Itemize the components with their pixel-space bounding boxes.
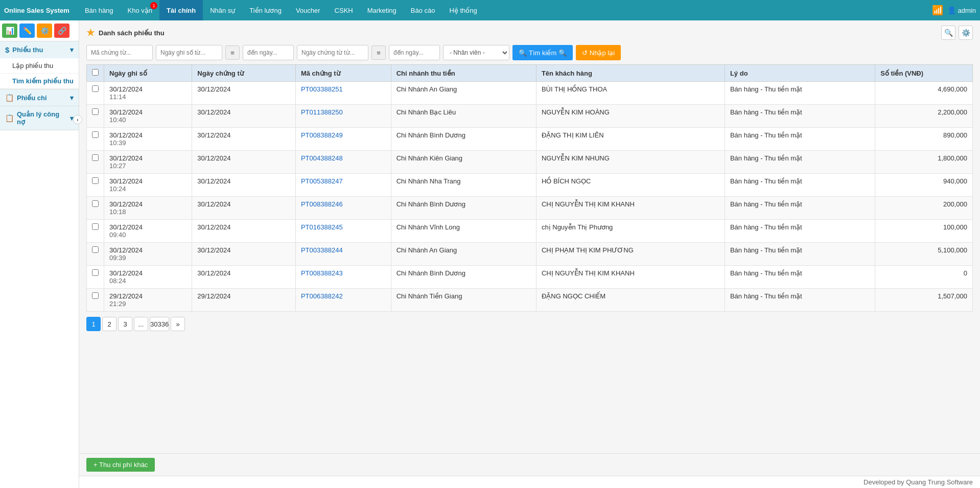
row-checkbox[interactable] [92,246,99,253]
nav-ban-hang[interactable]: Bán hàng [78,0,121,20]
row-ma-chung-tu[interactable]: PT004388248 [295,151,391,174]
tool-btn-share[interactable]: 🔗 [54,24,69,38]
row-checkbox[interactable] [92,108,99,115]
nav-tien-luong[interactable]: Tiền lương [242,0,289,20]
row-checkbox[interactable] [92,131,99,138]
ma-chung-tu-link[interactable]: PT008388246 [301,200,343,208]
table-row: 30/12/202410:24 30/12/2024 PT005388247 C… [87,174,973,197]
row-ten-kh: BÙI THỊ HỒNG THOA [536,82,725,105]
den-ngay-1-input[interactable] [243,45,294,60]
nav-bao-cao[interactable]: Báo cáo [404,0,442,20]
row-ma-chung-tu[interactable]: PT003388244 [295,243,391,266]
th-ngay-ghi-so: Ngày ghi số [104,65,192,82]
ma-chung-tu-link[interactable]: PT005388247 [301,177,343,185]
nav-tai-chinh[interactable]: Tài chính [159,0,203,20]
nav-voucher[interactable]: Voucher [289,0,328,20]
row-ma-chung-tu[interactable]: PT006388242 [295,289,391,312]
ma-chung-tu-link[interactable]: PT008388249 [301,131,343,139]
row-checkbox-cell [87,266,104,289]
phieu-thu-header[interactable]: $ Phiếu thu ▾ [0,41,79,58]
row-ngay-ghi-so: 30/12/202410:27 [104,151,192,174]
row-ma-chung-tu[interactable]: PT016388245 [295,220,391,243]
page-btn-last[interactable]: 30336 [150,317,169,331]
row-checkbox[interactable] [92,223,99,230]
ma-chung-tu-link[interactable]: PT003388244 [301,246,343,254]
settings-action-btn[interactable]: ⚙️ [959,26,973,40]
select-all-checkbox[interactable] [92,69,99,76]
page-btn-1[interactable]: 1 [86,317,101,331]
nav-kho-van[interactable]: Kho vận 1 [121,0,159,20]
row-ngay-chung-tu: 30/12/2024 [192,266,296,289]
row-checkbox[interactable] [92,269,99,276]
other-expense-btn[interactable]: + Thu chi phí khác [86,458,155,472]
page-btn-next[interactable]: » [171,317,185,331]
row-checkbox[interactable] [92,292,99,299]
row-checkbox[interactable] [92,154,99,161]
top-nav: Online Sales System Bán hàng Kho vận 1 T… [0,0,980,20]
th-ten-kh: Tên khách hàng [536,65,725,82]
cong-no-header[interactable]: 📋 Quản lý công nợ ▾ [0,106,79,130]
nav-nhan-su[interactable]: Nhân sự [203,0,242,20]
search-button[interactable]: 🔍 Tìm kiếm 🔍 [512,45,573,60]
ma-chung-tu-link[interactable]: PT016388245 [301,223,343,231]
main-wrapper: ★ Danh sách phiếu thu 🔍 ⚙️ ≡ ≡ - Nhân vi [79,20,980,488]
row-ma-chung-tu[interactable]: PT008388249 [295,128,391,151]
row-so-tien: 1,507,000 [875,289,973,312]
ma-chung-tu-input[interactable] [86,45,153,60]
row-ten-kh: ĐẶNG NGỌC CHIẾM [536,289,725,312]
search-action-btn[interactable]: 🔍 [941,26,955,40]
nav-cskh[interactable]: CSKH [328,0,360,20]
row-checkbox-cell [87,82,104,105]
layout: 📊 ✏️ ⚙️ 🔗 $ Phiếu thu ▾ Lập phiếu thu Tì… [0,20,980,488]
sidebar: 📊 ✏️ ⚙️ 🔗 $ Phiếu thu ▾ Lập phiếu thu Tì… [0,20,79,488]
sidebar-item-tim-kiem-phieu-thu[interactable]: Tìm kiếm phiếu thu [0,74,79,89]
row-chi-nhanh: Chi Nhánh Tiền Giang [391,289,536,312]
row-ten-kh: CHỊ PHẠM THỊ KIM PHƯƠNG [536,243,725,266]
row-ngay-chung-tu: 30/12/2024 [192,220,296,243]
row-ngay-ghi-so: 30/12/202410:39 [104,128,192,151]
nav-he-thong[interactable]: Hệ thống [442,0,484,20]
row-chi-nhanh: Chi Nhánh Kiên Giang [391,151,536,174]
den-ngay-2-input[interactable] [389,45,440,60]
ma-chung-tu-link[interactable]: PT006388242 [301,292,343,300]
ma-chung-tu-link[interactable]: PT004388248 [301,154,343,162]
row-checkbox[interactable] [92,177,99,184]
row-so-tien: 4,690,000 [875,82,973,105]
page-btn-3[interactable]: 3 [118,317,132,331]
row-chi-nhanh: Chi Nhánh An Giang [391,243,536,266]
row-ma-chung-tu[interactable]: PT005388247 [295,174,391,197]
user-info[interactable]: 👤 admin [947,6,976,14]
ma-chung-tu-link[interactable]: PT011388250 [301,108,343,116]
tool-btn-chart[interactable]: 📊 [2,24,17,38]
row-checkbox[interactable] [92,85,99,92]
row-ma-chung-tu[interactable]: PT003388251 [295,82,391,105]
row-chi-nhanh: Chi Nhánh Vĩnh Long [391,220,536,243]
nav-right: 📶 👤 admin [932,5,976,16]
page-btn-2[interactable]: 2 [102,317,116,331]
row-ma-chung-tu[interactable]: PT011388250 [295,105,391,128]
ma-chung-tu-link[interactable]: PT008388243 [301,269,343,277]
search-label: Tìm kiếm 🔍 [529,49,567,57]
row-chi-nhanh: Chi Nhánh Bình Dương [391,197,536,220]
sidebar-item-lap-phieu-thu[interactable]: Lập phiếu thu [0,58,79,74]
tool-btn-settings[interactable]: ⚙️ [37,24,52,38]
phieu-chi-label: Phiếu chi [17,94,47,102]
row-checkbox[interactable] [92,200,99,207]
tool-btn-edit[interactable]: ✏️ [19,24,35,38]
ma-chung-tu-link[interactable]: PT003388251 [301,85,343,93]
row-ma-chung-tu[interactable]: PT008388246 [295,197,391,220]
ngay-chung-tu-input[interactable] [297,45,368,60]
reset-button[interactable]: ↺ Nhập lại [576,45,621,60]
th-checkbox [87,65,104,82]
ngay-ghi-so-input[interactable] [156,45,222,60]
nhan-vien-select[interactable]: - Nhân viên - [443,45,509,60]
nav-marketing[interactable]: Marketing [360,0,404,20]
table-header-row: Ngày ghi số Ngày chứng từ Mã chứng từ Ch… [87,65,973,82]
wifi-icon: 📶 [932,5,943,16]
page-header: ★ Danh sách phiếu thu 🔍 ⚙️ [86,26,973,40]
sidebar-tools: 📊 ✏️ ⚙️ 🔗 [0,20,79,41]
row-ngay-ghi-so: 30/12/202410:18 [104,197,192,220]
phieu-chi-header[interactable]: 📋 Phiếu chi ▾ [0,89,79,106]
collapse-sidebar-btn[interactable]: ‹ [73,115,82,124]
row-ma-chung-tu[interactable]: PT008388243 [295,266,391,289]
